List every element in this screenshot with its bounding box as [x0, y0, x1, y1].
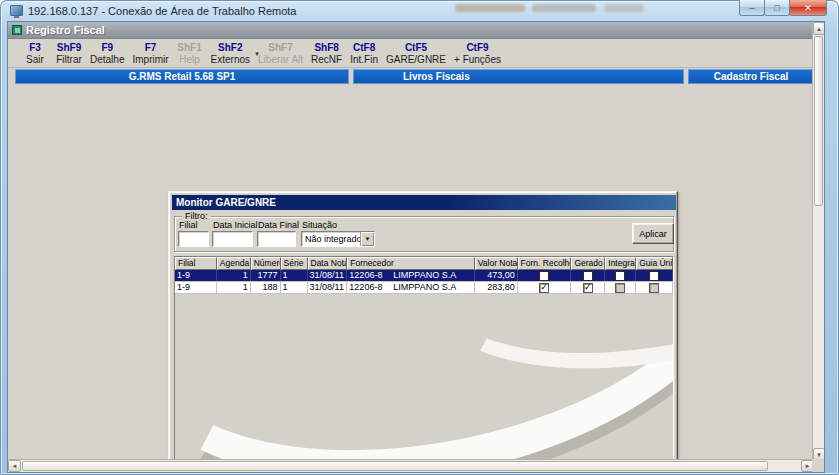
- chevron-down-icon: ▼: [365, 236, 371, 242]
- situacao-dropdown-button[interactable]: ▼: [360, 232, 374, 246]
- cell-filial: 1-9: [175, 270, 217, 281]
- cell-agenda: 1: [217, 270, 251, 281]
- column-header-valor-nota[interactable]: Valor Nota: [475, 257, 518, 270]
- cell-numero: 188: [251, 282, 281, 293]
- table-row[interactable]: 1-91188131/08/1112206-8LIMPPANO S.A283,8…: [175, 282, 673, 294]
- banner-section: Cadastro Fiscal: [688, 69, 814, 84]
- aplicar-button[interactable]: Aplicar: [632, 223, 674, 244]
- scroll-left-button[interactable]: ◄: [8, 460, 21, 472]
- toolbar-item-gare-gnre[interactable]: CtF5GARE/GNRE: [382, 42, 450, 66]
- situacao-select[interactable]: Não integrados ▼: [301, 231, 375, 247]
- toolbar-key: ShF8: [311, 42, 342, 54]
- data-final-label: Data Final: [258, 220, 299, 230]
- vertical-scrollbar[interactable]: ▲ ▼: [812, 22, 824, 461]
- rdp-titlebar[interactable]: 192.168.0.137 - Conexão de Área de Traba…: [0, 0, 839, 21]
- cell-filial: 1-9: [175, 282, 217, 293]
- column-header-filial[interactable]: Filial: [175, 257, 217, 270]
- horizontal-scrollbar[interactable]: ◄ ►: [8, 459, 814, 472]
- cell-gerado: [571, 270, 605, 281]
- toolbar-item-int-fin[interactable]: CtF8Int.Fin: [346, 42, 382, 66]
- toolbar-key: F9: [90, 42, 124, 54]
- cell-guia-unica: [636, 282, 673, 293]
- toolbar-item-recnf[interactable]: ShF8RecNF: [307, 42, 346, 66]
- scrollbar-corner: [812, 459, 824, 472]
- toolbar-label: Int.Fin: [350, 54, 378, 66]
- toolbar-label: Liberar Alt: [258, 54, 303, 66]
- app-titlebar[interactable]: Registro Fiscal: [8, 22, 814, 39]
- column-header-gerado[interactable]: Gerado: [571, 257, 605, 270]
- cell-data-nota: 31/08/11: [308, 270, 348, 281]
- toolbar-item-detalhe[interactable]: F9Detalhe: [86, 42, 128, 66]
- toolbar-key: F7: [132, 42, 168, 54]
- toolbar-item-filtrar[interactable]: ShF9Filtrar: [52, 42, 86, 66]
- dialog-monitor-gare-gnre: Monitor GARE/GNRE Filtro: Filial Data In…: [168, 191, 678, 473]
- banner-center-text: Livros Fiscais: [403, 71, 470, 82]
- toolbar-key: CtF8: [350, 42, 378, 54]
- toolbar-item-fun-es[interactable]: CtF9+ Funções: [450, 42, 505, 66]
- cell-guia-unica: [636, 270, 673, 281]
- horizontal-scroll-thumb[interactable]: [22, 461, 768, 471]
- filter-groupbox: Filtro: Filial Data Inicial Data Final S…: [174, 216, 674, 252]
- cell-valor-nota: 473,00: [475, 270, 518, 281]
- minimize-button[interactable]: –: [739, 0, 765, 16]
- toolbar-key: ShF7: [258, 42, 303, 54]
- toolbar-label: Externos: [211, 54, 250, 66]
- toolbar-label: RecNF: [311, 54, 342, 66]
- banner-right-text: Cadastro Fiscal: [714, 71, 788, 82]
- column-header-fornecedor[interactable]: Fornecedor: [347, 257, 474, 270]
- toolbar-item-sair[interactable]: F3Sair: [18, 42, 52, 66]
- cell-fornecedor: 12206-8LIMPPANO S.A: [347, 282, 474, 293]
- table-header: FilialAgendaNúmero d.SérieData NotaForne…: [175, 257, 673, 270]
- rdp-window: 192.168.0.137 - Conexão de Área de Traba…: [0, 0, 839, 475]
- banner-app-version: G.RMS Retail 5.68 SP1: [15, 69, 349, 84]
- cell-agenda: 1: [217, 282, 251, 293]
- check-icon: ✓: [584, 283, 592, 292]
- checkbox-unchecked[interactable]: [649, 271, 659, 281]
- cell-serie: 1: [281, 282, 308, 293]
- toolbar-item-imprimir[interactable]: F7Imprimir: [128, 42, 172, 66]
- toolbar-key: CtF9: [454, 42, 501, 54]
- rdp-title: 192.168.0.137 - Conexão de Área de Traba…: [28, 5, 296, 17]
- checkbox-disabled: [615, 283, 625, 293]
- fornecedor-codigo: 12206-8: [349, 270, 393, 281]
- dialog-title: Monitor GARE/GNRE: [176, 197, 276, 208]
- maximize-button[interactable]: □: [764, 0, 790, 16]
- column-header-s-rie[interactable]: Série: [281, 257, 308, 270]
- dialog-titlebar[interactable]: Monitor GARE/GNRE: [172, 195, 676, 210]
- table-row-selected[interactable]: 1-911777131/08/1112206-8LIMPPANO S.A473,…: [175, 270, 673, 282]
- toolbar-item-help: ShF1Help: [173, 42, 207, 66]
- titlebar-ghost-text: [455, 4, 525, 12]
- column-header-data-nota[interactable]: Data Nota: [308, 257, 348, 270]
- toolbar-label: + Funções: [454, 54, 501, 66]
- cell-serie: 1: [281, 270, 308, 281]
- column-header-guia-nica[interactable]: Guia Única: [636, 257, 673, 270]
- scroll-up-icon: ▲: [816, 26, 822, 32]
- table-body: 1-911777131/08/1112206-8LIMPPANO S.A473,…: [175, 270, 673, 294]
- check-icon: ✓: [540, 283, 548, 292]
- column-header-integrado[interactable]: Integrado: [605, 257, 636, 270]
- checkbox-unchecked[interactable]: [583, 271, 593, 281]
- situacao-label: Situação: [302, 220, 337, 230]
- checkbox-unchecked[interactable]: [539, 271, 549, 281]
- checkbox-checked[interactable]: ✓: [539, 283, 549, 293]
- data-final-input[interactable]: [257, 231, 296, 247]
- data-inicial-input[interactable]: [212, 231, 253, 247]
- scroll-up-button[interactable]: ▲: [813, 22, 825, 35]
- fornecedor-nome: LIMPPANO S.A: [393, 270, 456, 280]
- mdi-workspace: Monitor GARE/GNRE Filtro: Filial Data In…: [8, 84, 814, 461]
- column-header-n-mero-d[interactable]: Número d.: [251, 257, 281, 270]
- toolbar-item-externos[interactable]: ShF2Externos▼: [207, 42, 254, 66]
- maximize-icon: □: [774, 3, 779, 13]
- filial-input[interactable]: [178, 231, 209, 247]
- column-header-forn-recolhe[interactable]: Forn. Recolhe: [518, 257, 572, 270]
- toolbar-key: ShF2: [211, 42, 250, 54]
- column-header-agenda[interactable]: Agenda: [217, 257, 251, 270]
- banner-left-text: G.RMS Retail 5.68 SP1: [129, 71, 236, 82]
- vertical-scroll-thumb[interactable]: [814, 36, 823, 206]
- minimize-icon: –: [749, 3, 754, 13]
- checkbox-checked[interactable]: ✓: [583, 283, 593, 293]
- scroll-left-icon: ◄: [12, 463, 18, 469]
- close-button[interactable]: ✕: [789, 0, 827, 16]
- checkbox-unchecked[interactable]: [615, 271, 625, 281]
- toolbar-label: Detalhe: [90, 54, 124, 66]
